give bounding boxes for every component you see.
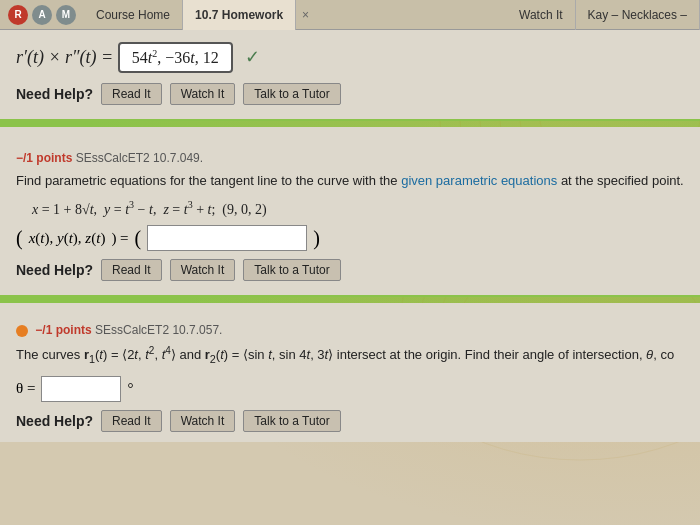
read-it-button-3[interactable]: Read It bbox=[101, 410, 162, 432]
close-paren-2: ) bbox=[313, 228, 320, 248]
spacer-2 bbox=[0, 303, 700, 313]
open-paren-2: ( bbox=[135, 228, 142, 248]
need-help-row-2: Need Help? Read It Watch It Talk to a Tu… bbox=[16, 259, 684, 281]
question-section-3: −/1 points SEssCalcET2 10.7.057. The cur… bbox=[0, 313, 700, 441]
highlight-text: given parametric equations bbox=[401, 173, 557, 188]
theta-label: θ = bbox=[16, 380, 35, 397]
open-paren: ( bbox=[16, 228, 23, 248]
degree-symbol: ° bbox=[127, 380, 133, 397]
answer-row-2: ( x(t), y(t), z(t) ) = ( ) bbox=[16, 225, 684, 251]
tab-course-home[interactable]: Course Home bbox=[84, 0, 183, 30]
talk-tutor-button-2[interactable]: Talk to a Tutor bbox=[243, 259, 340, 281]
nav-circle-a[interactable]: A bbox=[32, 5, 52, 25]
need-help-label-1: Need Help? bbox=[16, 86, 93, 102]
need-help-row-1: Need Help? Read It Watch It Talk to a Tu… bbox=[16, 83, 684, 105]
course-code-label-3: SEssCalcET2 10.7.057. bbox=[95, 323, 222, 337]
nav-circle-r[interactable]: R bbox=[8, 5, 28, 25]
theta-row: θ = ° bbox=[16, 376, 684, 402]
equals-sign: ) = bbox=[111, 230, 128, 247]
watch-it-button-3[interactable]: Watch It bbox=[170, 410, 236, 432]
nav-circles: R A M bbox=[0, 5, 84, 25]
theta-input[interactable] bbox=[41, 376, 121, 402]
course-code-label-2: SEssCalcET2 10.7.049. bbox=[76, 151, 203, 165]
top-navigation: R A M Course Home 10.7 Homework × Watch … bbox=[0, 0, 700, 30]
nav-circle-m[interactable]: M bbox=[56, 5, 76, 25]
question-meta-3: −/1 points SEssCalcET2 10.7.057. bbox=[16, 323, 684, 337]
question-text-3: The curves r1(t) = ⟨2t, t2, t4⟩ and r2(t… bbox=[16, 343, 684, 367]
answer-label-2: x(t), y(t), z(t) bbox=[29, 230, 106, 247]
need-help-label-2: Need Help? bbox=[16, 262, 93, 278]
watch-it-button-2[interactable]: Watch It bbox=[170, 259, 236, 281]
need-help-label-3: Need Help? bbox=[16, 413, 93, 429]
answer-section: r′(t) × r″(t) = 54t2, −36t, 12 ✓ Need He… bbox=[0, 30, 700, 121]
equations-line: x = 1 + 8√t, y = t3 − t, z = t3 + t; (9,… bbox=[32, 199, 684, 218]
tab-close-icon[interactable]: × bbox=[296, 8, 315, 22]
talk-tutor-button-3[interactable]: Talk to a Tutor bbox=[243, 410, 340, 432]
watch-it-button-1[interactable]: Watch It bbox=[170, 83, 236, 105]
read-it-button-2[interactable]: Read It bbox=[101, 259, 162, 281]
points-3: −/1 points bbox=[35, 323, 91, 337]
answer-formula: r′(t) × r″(t) = 54t2, −36t, 12 ✓ bbox=[16, 42, 684, 73]
formula-label: r′(t) × r″(t) = bbox=[16, 47, 113, 67]
question-section-2: −/1 points SEssCalcET2 10.7.049. Find pa… bbox=[0, 139, 700, 297]
checkmark-icon: ✓ bbox=[245, 47, 260, 67]
status-dot-3 bbox=[16, 325, 28, 337]
formula-box: 54t2, −36t, 12 bbox=[118, 42, 233, 73]
tab-watch-it[interactable]: Watch It bbox=[507, 0, 576, 30]
read-it-button-1[interactable]: Read It bbox=[101, 83, 162, 105]
tab-kay[interactable]: Kay – Necklaces – bbox=[576, 0, 700, 30]
question-meta-2: −/1 points SEssCalcET2 10.7.049. bbox=[16, 151, 684, 165]
spacer-1 bbox=[0, 127, 700, 139]
talk-tutor-button-1[interactable]: Talk to a Tutor bbox=[243, 83, 340, 105]
points-2: −/1 points bbox=[16, 151, 72, 165]
question-text-2: Find parametric equations for the tangen… bbox=[16, 171, 684, 191]
tab-homework[interactable]: 10.7 Homework bbox=[183, 0, 296, 30]
need-help-row-3: Need Help? Read It Watch It Talk to a Tu… bbox=[16, 410, 684, 432]
answer-input-2[interactable] bbox=[147, 225, 307, 251]
